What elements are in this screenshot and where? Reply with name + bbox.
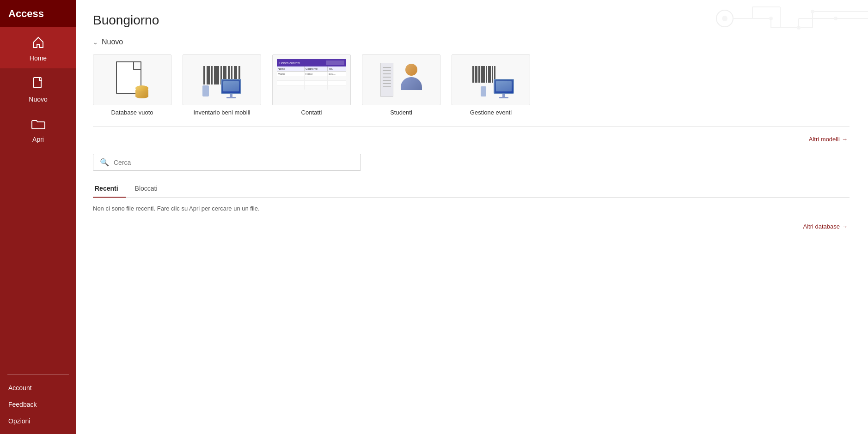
template-card-studenti[interactable]: Studenti	[362, 54, 440, 116]
template-thumb-contatti: Elenco contatti Nome Cognome Tel. Mario …	[272, 54, 351, 105]
search-input[interactable]	[114, 159, 354, 166]
sidebar-item-opzioni[interactable]: Opzioni	[0, 413, 76, 429]
tab-recenti[interactable]: Recenti	[93, 181, 126, 198]
altri-database-label: Altri database	[803, 223, 840, 230]
template-card-contatti[interactable]: Elenco contatti Nome Cognome Tel. Mario …	[272, 54, 351, 116]
svg-rect-0	[34, 78, 41, 88]
sidebar-bottom: Account Feedback Opzioni	[0, 380, 76, 434]
template-thumb-db-vuoto	[93, 54, 171, 105]
sidebar-item-apri[interactable]: Apri	[0, 109, 76, 150]
tab-bloccati[interactable]: Bloccati	[133, 181, 165, 198]
sidebar-item-home-label: Home	[30, 54, 47, 62]
sidebar: Access Home Nuovo	[0, 0, 76, 434]
template-label-contatti: Contatti	[301, 109, 322, 116]
home-icon	[31, 36, 45, 52]
page-greeting: Buongiorno	[93, 13, 850, 28]
template-label-studenti: Studenti	[390, 109, 412, 116]
sidebar-item-nuovo-label: Nuovo	[29, 96, 47, 103]
template-card-gestione-eventi[interactable]: Gestione eventi	[452, 54, 530, 116]
template-label-db-vuoto: Database vuoto	[111, 109, 153, 116]
main-content: Buongiorno ⌄ Nuovo Database vuoto	[76, 0, 868, 434]
template-thumb-studenti	[362, 54, 440, 105]
search-icon: 🔍	[100, 158, 109, 167]
sidebar-item-home[interactable]: Home	[0, 27, 76, 68]
account-label: Account	[8, 384, 32, 392]
sidebar-divider	[7, 374, 69, 375]
folder-icon	[31, 118, 46, 133]
sidebar-item-nuovo[interactable]: Nuovo	[0, 68, 76, 109]
recent-tabs: Recenti Bloccati	[93, 181, 850, 198]
template-card-inventario[interactable]: Inventario beni mobili	[183, 54, 261, 116]
new-file-icon	[32, 77, 45, 93]
more-models-label: Altri modelli	[809, 136, 840, 143]
altri-database-link[interactable]: Altri database →	[93, 223, 850, 230]
search-box: 🔍	[93, 154, 361, 171]
altri-database-arrow: →	[842, 223, 848, 230]
template-thumb-gestione-eventi	[452, 54, 530, 105]
chevron-down-icon: ⌄	[93, 39, 98, 46]
opzioni-label: Opzioni	[8, 417, 30, 425]
template-card-db-vuoto[interactable]: Database vuoto	[93, 54, 171, 116]
app-title-text: Access	[8, 8, 44, 20]
sidebar-item-apri-label: Apri	[32, 136, 44, 143]
more-models-link[interactable]: Altri modelli →	[93, 136, 850, 143]
nuovo-section-label: Nuovo	[102, 38, 123, 46]
templates-grid: Database vuoto	[93, 54, 850, 116]
templates-divider	[93, 126, 850, 127]
nuovo-section-toggle[interactable]: ⌄ Nuovo	[93, 38, 850, 46]
sidebar-nav: Home Nuovo Apri Accoun	[0, 27, 76, 434]
feedback-label: Feedback	[8, 401, 37, 408]
template-thumb-inventario	[183, 54, 261, 105]
tab-bloccati-label: Bloccati	[135, 185, 158, 192]
sidebar-item-feedback[interactable]: Feedback	[0, 396, 76, 413]
empty-state-text: Non ci sono file recenti. Fare clic su A…	[93, 205, 850, 212]
app-title: Access	[0, 0, 76, 27]
more-models-arrow: →	[842, 136, 848, 143]
template-label-inventario: Inventario beni mobili	[194, 109, 251, 116]
tab-recenti-label: Recenti	[95, 185, 118, 192]
db-cylinder	[135, 88, 148, 98]
db-vuoto-icon	[116, 61, 148, 98]
sidebar-item-account[interactable]: Account	[0, 380, 76, 396]
template-label-gestione-eventi: Gestione eventi	[470, 109, 512, 116]
